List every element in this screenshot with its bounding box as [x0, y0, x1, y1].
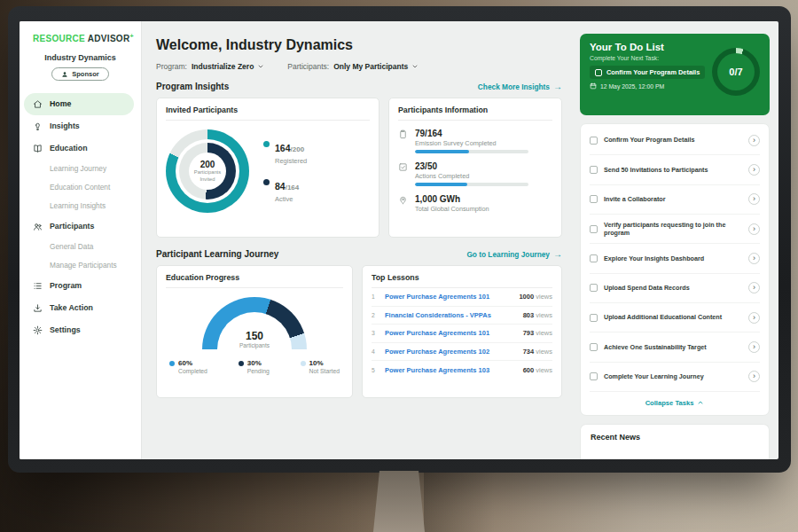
- nav-label: Learning Journey: [50, 164, 106, 173]
- task-label: Send 50 Invitations to Participants: [604, 166, 742, 174]
- sidebar: RESOURCE ADVISOR+ Industry Dynamics Spon…: [20, 21, 142, 459]
- task-achieve-sustainability-target[interactable]: Achieve One Sustainability Target ›: [590, 332, 760, 362]
- gear-icon: [33, 325, 43, 335]
- participants-filter[interactable]: Participants: Only My Participants: [287, 62, 419, 71]
- gauge-center: 150 Participants: [202, 330, 307, 348]
- checkbox[interactable]: [590, 284, 598, 292]
- logo-resource: RESOURCE: [33, 34, 85, 43]
- chevron-right-icon[interactable]: ›: [748, 193, 760, 205]
- task-confirm-program-details[interactable]: Confirm Your Program Details ›: [590, 126, 760, 155]
- program-insights-header: Program Insights Check More Insights →: [156, 82, 562, 91]
- stat-label: Emission Survey Completed: [415, 139, 528, 147]
- sidebar-item-education[interactable]: Education: [24, 137, 134, 160]
- sidebar-item-home[interactable]: Home: [24, 93, 134, 115]
- chevron-right-icon[interactable]: ›: [748, 253, 760, 264]
- link-label: Check More Insights: [478, 82, 550, 91]
- task-label: Complete Your Learning Journey: [604, 372, 742, 380]
- lesson-link[interactable]: Power Purchase Agreements 101: [385, 329, 518, 337]
- task-label: Upload Additional Educational Content: [604, 313, 742, 321]
- next-task-label: Confirm Your Program Details: [606, 68, 700, 76]
- checkbox[interactable]: [590, 314, 598, 322]
- nav-label: Education Content: [50, 183, 110, 192]
- nav-label: Insights: [50, 121, 80, 130]
- go-to-learning-journey-link[interactable]: Go to Learning Journey →: [466, 249, 562, 259]
- sidebar-item-general-data[interactable]: General Data: [20, 238, 141, 256]
- sidebar-item-settings[interactable]: Settings: [24, 319, 134, 341]
- task-verify-participants[interactable]: Verify participants requesting to join t…: [590, 215, 760, 244]
- task-label: Verify participants requesting to join t…: [604, 221, 742, 238]
- todo-progress-value: 0/7: [717, 53, 755, 90]
- sidebar-item-manage-participants[interactable]: Manage Participants: [20, 256, 141, 275]
- sidebar-item-learning-insights[interactable]: Learning Insights: [20, 197, 141, 215]
- sidebar-item-participants[interactable]: Participants: [24, 215, 134, 238]
- legend-label: Not Started: [309, 368, 340, 374]
- legend-label: Pending: [247, 368, 270, 374]
- chevron-right-icon[interactable]: ›: [748, 282, 760, 293]
- task-send-invitations[interactable]: Send 50 Invitations to Participants ›: [590, 155, 760, 184]
- collapse-tasks-button[interactable]: Collapse Tasks: [590, 392, 760, 413]
- location-pin-icon: [398, 195, 408, 205]
- checkbox[interactable]: [590, 343, 598, 351]
- chevron-right-icon[interactable]: ›: [748, 135, 760, 146]
- book-icon: [33, 144, 43, 153]
- chevron-right-icon[interactable]: ›: [748, 223, 760, 235]
- logo-plus: +: [129, 33, 133, 39]
- sidebar-item-take-action[interactable]: Take Action: [24, 297, 134, 319]
- recent-news-card: Recent News: [580, 424, 770, 459]
- chevron-right-icon[interactable]: ›: [748, 312, 760, 324]
- lesson-link[interactable]: Financial Considerations - VPPAs: [385, 311, 518, 319]
- invited-legend: 164/200 Registered 84/164 Active: [263, 139, 307, 203]
- legend-total: /164: [286, 184, 300, 192]
- list-icon: [33, 281, 43, 291]
- lesson-link[interactable]: Power Purchase Agreements 102: [385, 348, 518, 356]
- stat-value: 23/50: [415, 161, 528, 171]
- checkbox[interactable]: [595, 69, 602, 76]
- checkbox[interactable]: [590, 254, 598, 262]
- task-complete-learning-journey[interactable]: Complete Your Learning Journey ›: [590, 363, 760, 392]
- lesson-views: 793 views: [523, 329, 552, 337]
- task-explore-insights-dashboard[interactable]: Explore Your Insights Dashboard ›: [590, 244, 760, 273]
- lesson-link[interactable]: Power Purchase Agreements 103: [385, 366, 518, 374]
- next-task[interactable]: Confirm Your Program Details: [590, 66, 705, 79]
- lesson-row: 5 Power Purchase Agreements 103 600 view…: [372, 361, 552, 379]
- legend-dot: [263, 141, 270, 147]
- task-upload-educational-content[interactable]: Upload Additional Educational Content ›: [590, 303, 760, 332]
- card-title: Education Progress: [166, 273, 343, 288]
- recent-news-title: Recent News: [591, 433, 640, 442]
- invited-participants-body: 200 Participants Invited 164/200 Registe: [166, 121, 370, 213]
- task-invite-collaborator[interactable]: Invite a Collaborator ›: [590, 185, 760, 215]
- lightbulb-icon: [33, 121, 43, 131]
- checkbox[interactable]: [590, 225, 598, 233]
- stat-label: Total Global Consumption: [415, 205, 489, 213]
- sidebar-item-program[interactable]: Program: [24, 275, 134, 297]
- checkbox[interactable]: [590, 166, 598, 174]
- program-filter[interactable]: Program: Industrialize Zero: [156, 62, 264, 71]
- legend-registered: 164/200 Registered: [263, 139, 307, 165]
- sidebar-item-learning-journey[interactable]: Learning Journey: [20, 160, 141, 178]
- sidebar-item-insights[interactable]: Insights: [24, 115, 134, 137]
- sidebar-item-education-content[interactable]: Education Content: [20, 178, 141, 197]
- card-title: Top Lessons: [372, 273, 552, 288]
- check-more-insights-link[interactable]: Check More Insights →: [478, 82, 562, 91]
- chevron-down-icon: [257, 63, 264, 70]
- checkbox[interactable]: [590, 372, 598, 380]
- checkbox[interactable]: [590, 195, 598, 203]
- legend-value: 30%: [247, 359, 270, 367]
- lesson-views: 600 views: [523, 366, 552, 374]
- lesson-link[interactable]: Power Purchase Agreements 101: [385, 293, 513, 301]
- todo-progress-ring: 0/7: [712, 48, 760, 96]
- task-label: Achieve One Sustainability Target: [604, 343, 742, 351]
- legend-dot: [301, 361, 306, 366]
- download-action-icon: [33, 303, 43, 313]
- stat-value: 79/164: [415, 129, 528, 138]
- lesson-views: 1000 views: [519, 293, 552, 301]
- task-upload-spend-data[interactable]: Upload Spend Data Records ›: [590, 274, 760, 303]
- checklist-icon: [398, 162, 408, 172]
- chevron-right-icon[interactable]: ›: [748, 164, 760, 176]
- todo-task-list: Confirm Your Program Details › Send 50 I…: [580, 123, 770, 416]
- chevron-right-icon[interactable]: ›: [748, 371, 760, 382]
- checkbox[interactable]: [590, 137, 598, 145]
- donut-center-value: 200: [200, 160, 215, 169]
- chevron-right-icon[interactable]: ›: [748, 341, 760, 353]
- gauge-center-value: 150: [202, 330, 307, 342]
